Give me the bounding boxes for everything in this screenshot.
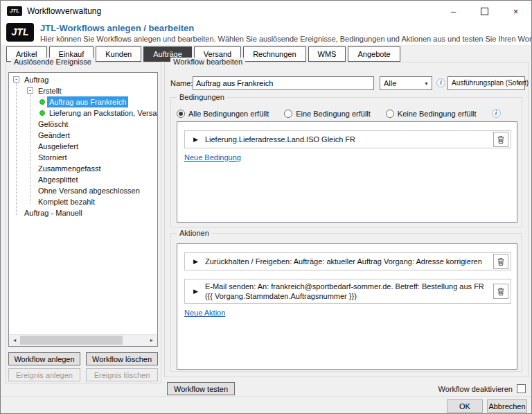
- collapse-icon[interactable]: -: [13, 76, 19, 83]
- jtl-logo: JTL: [6, 23, 34, 42]
- workflow-management-window: JTL Workflowverwaltung – × JTL JTL-Workf…: [0, 0, 532, 414]
- cancel-button[interactable]: Abbrechen: [487, 399, 527, 413]
- tab-kunden[interactable]: Kunden: [96, 46, 141, 62]
- conditions-groupbox: Bedingungen Alle Bedingungen erfülltEine…: [170, 97, 522, 227]
- scope-dropdown[interactable]: Alle ▼: [380, 76, 432, 90]
- tree-item-label: Komplett bezahlt: [36, 196, 97, 207]
- radio-alle-bedingungen-erfüllt[interactable]: Alle Bedingungen erfüllt: [177, 110, 269, 118]
- minimize-icon[interactable]: –: [438, 1, 469, 21]
- window-title: Workflowverwaltung: [27, 6, 101, 16]
- radio-label: Eine Bedingung erfüllt: [296, 110, 371, 118]
- tree-item-label: Auftrag aus Frankreich: [47, 96, 128, 107]
- conditions-list-box: ▶Lieferung.Lieferadresse.Land.ISO Gleich…: [177, 121, 517, 223]
- scroll-left-icon[interactable]: ◄: [9, 335, 20, 345]
- tab-wms[interactable]: WMS: [308, 46, 346, 62]
- item-text: E-Mail senden: An: frankreich@sportbedar…: [205, 282, 488, 301]
- conditions-info-icon[interactable]: i: [492, 109, 501, 118]
- events-groupbox-title: Auslösende Ereignisse: [11, 58, 94, 66]
- events-groupbox: Auslösende Ereignisse -Auftrag-ErstelltA…: [5, 62, 161, 383]
- expand-caret-icon[interactable]: ▶: [193, 136, 198, 143]
- tree-item-label: Lieferung an Packstation, Versandart nic…: [47, 107, 158, 119]
- name-row-info-icon[interactable]: i: [436, 78, 445, 87]
- titlebar: JTL Workflowverwaltung – ×: [1, 1, 531, 21]
- scope-dropdown-value: Alle: [384, 79, 396, 87]
- deactivate-workflow-checkbox[interactable]: [517, 384, 526, 393]
- radio-icon: [386, 110, 394, 118]
- tree-item-label: Auftrag: [22, 74, 51, 85]
- action-row[interactable]: ▶Zurückhalten / Freigeben: Aufträge: akt…: [184, 252, 511, 270]
- new-action-link[interactable]: Neue Aktion: [184, 309, 225, 317]
- horizontal-scrollbar[interactable]: ◄ ►: [9, 334, 157, 346]
- radio-icon: [284, 110, 292, 118]
- tree-item-auftrag-aus-frankreich[interactable]: Auftrag aus Frankreich: [9, 96, 157, 107]
- ereignis-löschen-button: Ereignis löschen: [86, 368, 158, 381]
- ereignis-anlegen-button: Ereignis anlegen: [8, 368, 80, 381]
- app-icon: JTL: [7, 6, 22, 16]
- new-condition-link[interactable]: Neue Bedingung: [184, 153, 241, 162]
- maximize-icon[interactable]: [469, 1, 500, 21]
- delete-condition-button[interactable]: [493, 132, 508, 147]
- action-row[interactable]: ▶E-Mail senden: An: frankreich@sportbeda…: [184, 279, 511, 304]
- chevron-down-icon: ▼: [424, 81, 429, 86]
- tree-item-auftrag---manuell[interactable]: Auftrag - Manuell: [9, 207, 157, 218]
- radio-label: Alle Bedingungen erfüllt: [188, 110, 269, 118]
- tree-item-storniert[interactable]: Storniert: [9, 152, 157, 163]
- workflow-löschen-button[interactable]: Workflow löschen: [86, 352, 158, 365]
- tree-item-zusammengefasst[interactable]: Zusammengefasst: [9, 163, 157, 174]
- tree-item-label: Ohne Versand abgeschlossen: [36, 185, 142, 196]
- deactivate-workflow-row: Workflow deaktivieren: [438, 384, 526, 393]
- delete-action-button[interactable]: [493, 284, 508, 299]
- item-text: Lieferung.Lieferadresse.Land.ISO Gleich …: [205, 135, 355, 144]
- execution-plan-dropdown[interactable]: Ausführungsplan (Sofort) ▼: [447, 76, 525, 90]
- tree-item-label: Auftrag - Manuell: [22, 207, 85, 218]
- tree-item-label: Storniert: [36, 152, 69, 163]
- scroll-right-icon[interactable]: ►: [146, 335, 157, 345]
- ok-button[interactable]: OK: [447, 399, 483, 413]
- tree-item-label: Gelöscht: [36, 119, 70, 130]
- tree-item-abgesplittet[interactable]: Abgesplittet: [9, 174, 157, 185]
- events-buttons: Workflow anlegenWorkflow löschenEreignis…: [8, 352, 159, 381]
- tab-rechnungen[interactable]: Rechnungen: [243, 46, 305, 62]
- trash-icon: [497, 257, 505, 266]
- tree-item-auftrag[interactable]: -Auftrag: [9, 74, 157, 85]
- subtitle-text: Hier können Sie Workflows anlegen und be…: [40, 35, 532, 43]
- radio-eine-bedingung-erfüllt[interactable]: Eine Bedingung erfüllt: [284, 110, 371, 118]
- delete-action-button[interactable]: [493, 254, 508, 269]
- titlebar-controls: – ×: [438, 1, 531, 21]
- workflow-anlegen-button[interactable]: Workflow anlegen: [8, 352, 80, 365]
- tree-connector-line: [30, 94, 30, 204]
- radio-keine-bedingung-erfüllt[interactable]: Keine Bedingung erfüllt: [386, 110, 477, 118]
- tree-item-ohne-versand-abgeschlossen[interactable]: Ohne Versand abgeschlossen: [9, 185, 157, 196]
- tree-item-erstellt[interactable]: -Erstellt: [9, 85, 157, 96]
- workflow-name-input[interactable]: [193, 76, 374, 90]
- actions-groupbox-title: Aktionen: [177, 229, 212, 237]
- tab-angebote[interactable]: Angebote: [348, 46, 400, 62]
- tree-item-geändert[interactable]: Geändert: [9, 130, 157, 141]
- bottom-divider: [1, 396, 531, 397]
- deactivate-workflow-label: Workflow deaktivieren: [438, 385, 513, 393]
- close-icon[interactable]: ×: [500, 1, 531, 21]
- test-workflow-button[interactable]: Workflow testen: [167, 382, 235, 395]
- page-header: JTL JTL-Workflows anlegen / bearbeiten H…: [1, 21, 531, 46]
- tree-item-komplett-bezahlt[interactable]: Komplett bezahlt: [9, 196, 157, 207]
- conditions-groupbox-title: Bedingungen: [177, 93, 227, 101]
- tree-connector-line: [16, 83, 17, 215]
- page-subtitle: Hier können Sie Workflows anlegen und be…: [40, 35, 532, 43]
- radio-label: Keine Bedingung erfüllt: [398, 110, 477, 118]
- trash-icon: [497, 287, 505, 296]
- expand-caret-icon[interactable]: ▶: [193, 258, 198, 265]
- condition-row[interactable]: ▶Lieferung.Lieferadresse.Land.ISO Gleich…: [184, 130, 511, 148]
- radio-icon: [177, 110, 185, 118]
- actions-groupbox: Aktionen ▶Zurückhalten / Freigeben: Auft…: [170, 233, 522, 372]
- collapse-icon[interactable]: -: [27, 87, 33, 94]
- expand-caret-icon[interactable]: ▶: [193, 288, 198, 295]
- tree-item-gelöscht[interactable]: Gelöscht: [9, 119, 157, 130]
- tree-item-ausgeliefert[interactable]: Ausgeliefert: [9, 141, 157, 152]
- trash-icon: [497, 135, 505, 144]
- tree-item-label: Erstellt: [36, 85, 64, 96]
- scrollbar-thumb[interactable]: [20, 336, 123, 345]
- tree-item-label: Zusammengefasst: [36, 163, 103, 174]
- events-tree: -Auftrag-ErstelltAuftrag aus FrankreichL…: [9, 74, 157, 218]
- tree-item-lieferung-an-packstation,-versandart-nicht-dh[interactable]: Lieferung an Packstation, Versandart nic…: [9, 107, 157, 119]
- events-tree-box: -Auftrag-ErstelltAuftrag aus FrankreichL…: [8, 72, 158, 347]
